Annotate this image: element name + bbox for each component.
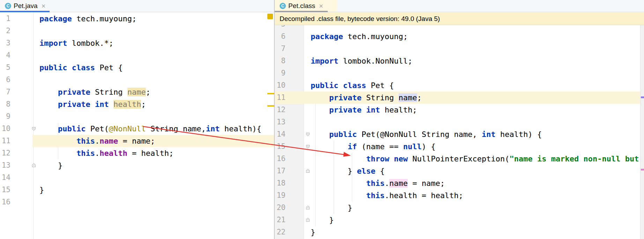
line-number[interactable]: 8 [0,98,10,110]
token: Pet { [95,63,123,72]
code-line[interactable]: private String name; [39,86,150,98]
line-number[interactable]: 14 [0,172,10,184]
warning-stripe-mark[interactable] [267,93,274,94]
code-line[interactable]: public Pet(@NonNull String name, int hea… [311,128,542,140]
line-number[interactable]: 10 [0,123,10,135]
line-number[interactable]: 17 [275,165,286,177]
line-number[interactable]: 16 [0,196,10,208]
token [311,142,348,151]
token [39,149,76,158]
code-line[interactable]: } [39,184,44,196]
code-line[interactable]: public Pet(@NonNull String name,int heal… [39,123,261,135]
token: ; [141,100,146,109]
code-line[interactable]: if (name == null) { [311,140,436,153]
token: @NonNull [109,124,146,133]
line-number[interactable]: 13 [0,159,10,172]
code-line[interactable]: this.health = health; [311,189,463,202]
line-number[interactable]: 6 [0,74,10,86]
token: } [39,161,62,170]
close-icon[interactable]: × [42,2,46,9]
token [311,106,329,114]
line-number[interactable]: 22 [275,226,286,238]
line-number[interactable]: 11 [0,135,10,147]
code-line[interactable]: } [311,226,315,238]
pane-divider[interactable] [274,0,275,239]
tab-pet-class[interactable]: C Pet.class × [275,0,337,12]
code-line[interactable]: } [39,159,62,172]
code-line[interactable]: this.health = health; [39,147,173,159]
code-line[interactable]: package tech.muyoung; [311,30,408,43]
line-number[interactable]: 16 [275,153,286,165]
scrollbar[interactable] [640,25,644,239]
line-number[interactable]: 12 [0,147,10,159]
token-keyword: public [39,63,67,72]
fold-end-icon[interactable] [305,217,311,223]
code-line[interactable]: package tech.muyoung; [39,13,136,25]
code-line[interactable]: private int health; [311,104,417,116]
inspections-status-square[interactable] [267,14,273,19]
line-number[interactable]: 15 [0,184,10,196]
line-number[interactable]: 2 [0,25,10,37]
code-line[interactable]: throw new NullPointerException("name is … [311,153,644,165]
token: } [39,186,44,194]
token-keyword: int [366,106,380,114]
tabbar-left: C Pet.java × [0,0,274,12]
fold-end-icon[interactable] [305,205,311,210]
token: NullPointerException( [408,154,509,163]
code-line[interactable]: import lombok.*; [39,37,113,49]
pink-stripe-mark[interactable] [641,169,644,171]
line-number[interactable]: 4 [0,49,10,61]
token-keyword: this [366,179,385,188]
token-keyword: new [394,154,408,163]
token-keyword: int [206,124,220,133]
code-line[interactable]: public class Pet { [311,79,394,92]
line-number[interactable]: 13 [275,116,286,128]
line-number[interactable]: 8 [275,55,286,67]
code-line[interactable]: } else { [311,165,385,177]
code-line[interactable]: this.name = name; [311,177,445,189]
line-number[interactable]: 6 [275,30,286,43]
token [311,130,329,139]
line-number[interactable]: 9 [275,67,286,79]
line-number[interactable]: 7 [0,86,10,98]
line-number[interactable]: 9 [0,110,10,123]
line-number[interactable]: 1 [0,13,10,25]
token: = name; [118,137,155,145]
fold-collapse-icon[interactable] [31,126,37,131]
fold-end-icon[interactable] [31,162,37,168]
token [39,100,58,109]
line-number[interactable]: 5 [0,61,10,74]
line-number[interactable]: 12 [275,104,286,116]
token [39,137,76,145]
line-number[interactable]: 3 [0,37,10,49]
code-line[interactable]: private String name; [311,92,422,104]
line-number[interactable]: 7 [275,43,286,55]
fold-collapse-icon[interactable] [305,144,311,149]
token: Pet { [366,81,394,90]
line-number[interactable]: 11 [275,92,286,104]
close-icon[interactable]: × [319,2,323,9]
purple-stripe-mark[interactable] [641,96,644,98]
code-line[interactable]: this.name = name; [39,135,155,147]
line-number[interactable]: 19 [275,189,286,202]
tab-pet-java[interactable]: C Pet.java × [0,0,59,12]
code-line[interactable]: private int health; [39,98,146,110]
line-number[interactable]: 14 [275,128,286,140]
line-number[interactable]: 18 [275,177,286,189]
fold-end-icon[interactable] [305,168,311,174]
line-number[interactable]: 20 [275,202,286,214]
code-line[interactable]: import lombok.NonNull; [311,55,412,67]
line-number[interactable]: 10 [275,79,286,92]
warning-stripe-mark[interactable] [267,105,274,107]
fold-collapse-icon[interactable] [305,131,311,137]
token: health){ [220,124,261,133]
token-keyword: if [348,142,357,151]
line-number[interactable]: 21 [275,214,286,226]
editor-pet-class[interactable]: 56package tech.muyoung;78import lombok.N… [275,12,644,239]
line-number[interactable]: 15 [275,140,286,153]
token: name [399,93,417,102]
code-line[interactable]: } [311,214,334,226]
code-line[interactable]: } [311,202,352,214]
editor-pet-java[interactable]: 1package tech.muyoung;23import lombok.*;… [0,12,274,239]
code-line[interactable]: public class Pet { [39,61,123,74]
